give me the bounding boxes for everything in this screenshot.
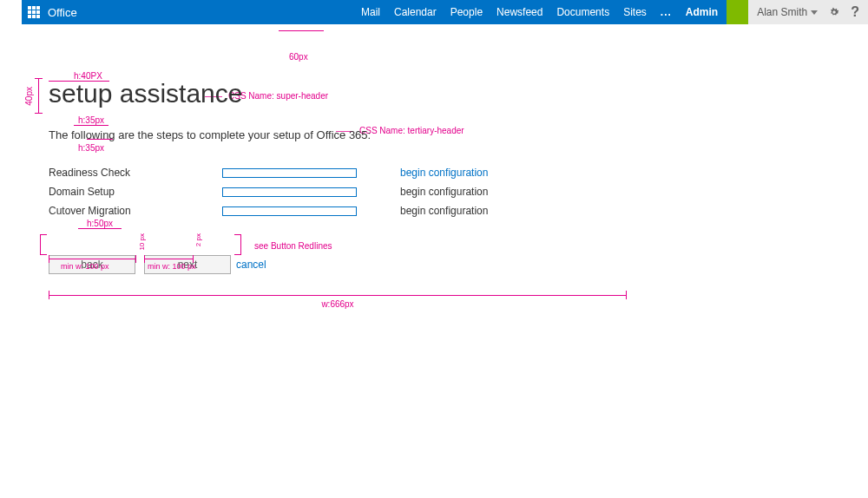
nav-sites[interactable]: Sites: [623, 6, 647, 18]
nav-more-icon[interactable]: ...: [661, 6, 672, 18]
redline-bracket-left: [40, 234, 47, 255]
redline-top-gap-line: [279, 30, 324, 31]
svg-rect-5: [36, 10, 40, 14]
step-label: Readiness Check: [49, 167, 222, 179]
help-icon[interactable]: ?: [851, 4, 859, 20]
nav-documents[interactable]: Documents: [556, 6, 609, 18]
nav-admin[interactable]: Admin: [686, 6, 718, 18]
svg-rect-2: [36, 6, 40, 10]
top-nav: Mail Calendar People Newsfeed Documents …: [361, 6, 727, 18]
redline-minw1-line: [49, 259, 135, 259]
redline-h50-line: [78, 228, 122, 229]
settings-gear-icon[interactable]: [828, 6, 840, 18]
step-action-text: begin configuration: [400, 205, 488, 217]
svg-rect-7: [32, 15, 36, 18]
svg-rect-3: [28, 10, 31, 14]
page-subtitle: The following are the steps to complete …: [49, 128, 627, 141]
redline-bracket-right: [234, 234, 241, 255]
redline-left-gap-label: 40px: [24, 87, 34, 106]
brand-label: Office: [46, 6, 77, 19]
redline-minw2-label: min w: 100 px: [148, 262, 196, 271]
progress-bar: [222, 187, 357, 197]
topbar-blue: Office Mail Calendar People Newsfeed Doc…: [22, 0, 727, 24]
user-menu[interactable]: Alan Smith: [757, 6, 818, 18]
step-row: Domain Setup begin configuration: [49, 182, 627, 201]
user-name-label: Alan Smith: [757, 6, 807, 18]
redline-minw1-label: min w: 100 px: [61, 262, 109, 271]
app-launcher-icon[interactable]: [22, 0, 46, 24]
page-title: setup assistance: [49, 76, 627, 111]
steps-list: Readiness Check begin configuration Doma…: [49, 163, 627, 220]
step-label: Domain Setup: [49, 186, 222, 198]
nav-newsfeed[interactable]: Newsfeed: [496, 6, 542, 18]
step-label: Cutover Migration: [49, 205, 222, 217]
redline-left-gap-line: [38, 78, 39, 113]
presence-block: [727, 0, 748, 24]
redline-top-gap-label: 60px: [289, 52, 308, 62]
progress-bar: [222, 168, 357, 178]
svg-rect-1: [32, 6, 36, 10]
step-action-text: begin configuration: [400, 186, 488, 198]
svg-rect-6: [28, 15, 31, 18]
step-row: Readiness Check begin configuration: [49, 163, 627, 182]
redline-width: w:666px: [49, 295, 627, 309]
chevron-down-icon: [811, 10, 818, 15]
nav-calendar[interactable]: Calendar: [394, 6, 437, 18]
topbar-left-gutter: [0, 0, 22, 24]
redline-width-label: w:666px: [49, 299, 627, 309]
svg-rect-0: [28, 6, 31, 10]
redline-minw2-line: [144, 259, 193, 259]
user-area: Alan Smith ?: [748, 0, 868, 24]
svg-rect-4: [32, 10, 36, 14]
progress-bar: [222, 206, 357, 216]
content-area: setup assistance The following are the s…: [49, 76, 627, 274]
top-bar: Office Mail Calendar People Newsfeed Doc…: [0, 0, 868, 24]
nav-people[interactable]: People: [450, 6, 483, 18]
cancel-link[interactable]: cancel: [236, 259, 266, 271]
step-action-link[interactable]: begin configuration: [400, 167, 488, 179]
svg-rect-8: [36, 15, 40, 18]
nav-mail[interactable]: Mail: [361, 6, 380, 18]
step-row: Cutover Migration begin configuration: [49, 201, 627, 220]
